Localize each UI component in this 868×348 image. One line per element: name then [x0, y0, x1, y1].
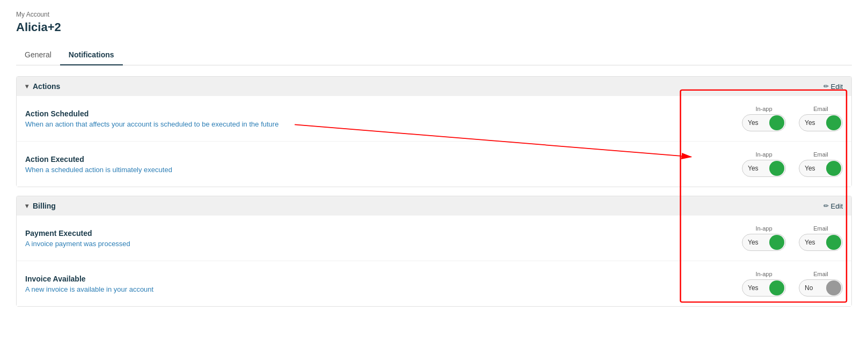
section-actions: ▾ Actions ✏ Edit Action Scheduled When a…: [16, 76, 852, 187]
toggle-knob-inapp-payment: [769, 235, 784, 250]
toggle-knob-inapp-scheduled: [769, 115, 784, 130]
content-area: ▾ Actions ✏ Edit Action Scheduled When a…: [16, 76, 852, 307]
toggle-group-email-payment: Email Yes: [799, 225, 843, 251]
edit-icon: ✏: [823, 83, 829, 90]
notif-invoice-available-controls: In-app Yes Email No: [742, 271, 843, 297]
notif-invoice-available-title: Invoice Available: [25, 275, 742, 283]
toggle-email-payment[interactable]: Yes: [799, 234, 843, 251]
notif-payment-executed-info: Payment Executed A invoice payment was p…: [25, 229, 742, 248]
toggle-group-inapp-executed: In-app Yes: [742, 151, 786, 177]
inapp-label-scheduled: In-app: [755, 106, 772, 112]
edit-icon-billing: ✏: [823, 202, 829, 210]
toggle-inapp-scheduled[interactable]: Yes: [742, 114, 786, 131]
email-label-executed: Email: [813, 151, 828, 158]
email-label-scheduled: Email: [813, 106, 828, 112]
notif-invoice-available-desc: A new invoice is available in your accou…: [25, 285, 742, 293]
inapp-label-payment: In-app: [755, 225, 772, 232]
notif-action-scheduled-controls: In-app Yes Email Yes: [742, 106, 843, 131]
notif-payment-executed-desc: A invoice payment was processed: [25, 240, 742, 248]
tab-general[interactable]: General: [16, 45, 60, 65]
inapp-label-executed: In-app: [755, 151, 772, 158]
toggle-knob-inapp-executed: [769, 161, 784, 176]
section-actions-header: ▾ Actions ✏ Edit: [17, 77, 851, 96]
toggle-inapp-executed[interactable]: Yes: [742, 160, 786, 177]
notif-action-executed-title: Action Executed: [25, 155, 742, 164]
toggle-knob-email-scheduled: [826, 115, 841, 130]
toggle-email-executed[interactable]: Yes: [799, 160, 843, 177]
toggle-knob-email-payment: [826, 235, 841, 250]
toggle-email-invoice[interactable]: No: [799, 279, 843, 297]
actions-edit-button[interactable]: ✏ Edit: [823, 83, 843, 91]
toggle-group-inapp-scheduled: In-app Yes: [742, 106, 786, 131]
notif-action-executed-desc: When a scheduled action is ultimately ex…: [25, 166, 742, 174]
email-label-invoice: Email: [813, 271, 828, 277]
notif-payment-executed-title: Payment Executed: [25, 229, 742, 238]
notif-action-scheduled-info: Action Scheduled When an action that aff…: [25, 109, 742, 128]
toggle-group-email-executed: Email Yes: [799, 151, 843, 177]
notif-invoice-available-info: Invoice Available A new invoice is avail…: [25, 275, 742, 293]
toggle-inapp-payment[interactable]: Yes: [742, 234, 786, 251]
toggle-knob-inapp-invoice: [769, 280, 784, 295]
billing-edit-button[interactable]: ✏ Edit: [823, 202, 843, 210]
section-billing-title: ▾ Billing: [25, 202, 56, 210]
toggle-group-email-invoice: Email No: [799, 271, 843, 297]
page-title: Alicia+2: [16, 20, 852, 34]
notif-action-executed-info: Action Executed When a scheduled action …: [25, 155, 742, 174]
section-billing: ▾ Billing ✏ Edit Payment Executed A invo…: [16, 196, 852, 307]
toggle-inapp-invoice[interactable]: Yes: [742, 279, 786, 297]
tabs-bar: General Notifications: [16, 45, 852, 65]
chevron-down-icon: ▾: [25, 83, 28, 90]
row-action-executed: Action Executed When a scheduled action …: [17, 142, 851, 187]
toggle-email-scheduled[interactable]: Yes: [799, 114, 843, 131]
section-billing-body: Payment Executed A invoice payment was p…: [17, 216, 851, 306]
notif-action-scheduled-desc: When an action that affects your account…: [25, 120, 742, 128]
row-invoice-available: Invoice Available A new invoice is avail…: [17, 261, 851, 306]
row-payment-executed: Payment Executed A invoice payment was p…: [17, 216, 851, 261]
toggle-group-inapp-invoice: In-app Yes: [742, 271, 786, 297]
notif-payment-executed-controls: In-app Yes Email Yes: [742, 225, 843, 251]
tab-notifications[interactable]: Notifications: [60, 45, 123, 65]
inapp-label-invoice: In-app: [755, 271, 772, 277]
breadcrumb: My Account: [16, 11, 852, 18]
notif-action-executed-controls: In-app Yes Email Yes: [742, 151, 843, 177]
section-actions-title: ▾ Actions: [25, 82, 60, 91]
row-action-scheduled: Action Scheduled When an action that aff…: [17, 96, 851, 142]
chevron-down-icon-billing: ▾: [25, 202, 28, 210]
section-actions-body: Action Scheduled When an action that aff…: [17, 96, 851, 187]
toggle-knob-email-invoice: [826, 280, 841, 295]
section-billing-header: ▾ Billing ✏ Edit: [17, 196, 851, 216]
notif-action-scheduled-title: Action Scheduled: [25, 109, 742, 118]
toggle-knob-email-executed: [826, 161, 841, 176]
toggle-group-email-scheduled: Email Yes: [799, 106, 843, 131]
toggle-group-inapp-payment: In-app Yes: [742, 225, 786, 251]
email-label-payment: Email: [813, 225, 828, 232]
